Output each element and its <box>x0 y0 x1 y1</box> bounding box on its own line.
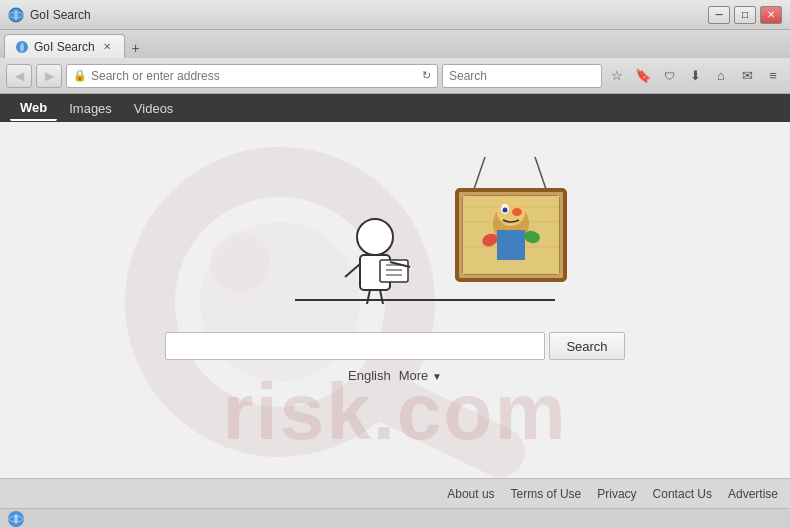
window-controls: ─ □ ✕ <box>708 6 782 24</box>
category-menu-bar: Web Images Videos <box>0 94 790 122</box>
svg-point-8 <box>357 219 393 255</box>
browser-status-icon <box>8 511 24 527</box>
search-section: Search English More ▼ <box>165 332 624 383</box>
navigation-bar: ◀ ▶ 🔒 ↻ ☆ 🔖 🛡 ⬇ ⌂ ✉ ≡ <box>0 58 790 94</box>
tab-favicon <box>15 40 29 54</box>
footer-link-contact[interactable]: Contact Us <box>653 487 712 501</box>
shield-icon[interactable]: 🛡 <box>658 65 680 87</box>
svg-line-18 <box>473 157 485 192</box>
nav-search-bar[interactable] <box>442 64 602 88</box>
svg-line-10 <box>367 290 370 304</box>
svg-rect-28 <box>497 230 525 260</box>
language-link[interactable]: English <box>348 368 391 383</box>
active-tab[interactable]: GoI Search ✕ <box>4 34 125 58</box>
menu-item-images[interactable]: Images <box>59 97 122 120</box>
main-search-input[interactable] <box>165 332 545 360</box>
new-tab-button[interactable]: + <box>125 38 147 58</box>
status-bar <box>0 508 790 528</box>
browser-logo-icon <box>8 7 24 23</box>
address-bar[interactable]: 🔒 ↻ <box>66 64 438 88</box>
menu-item-videos[interactable]: Videos <box>124 97 184 120</box>
tab-close-button[interactable]: ✕ <box>100 40 114 54</box>
page-footer: About us Terms of Use Privacy Contact Us… <box>0 478 790 508</box>
footer-link-about[interactable]: About us <box>447 487 494 501</box>
footer-link-terms[interactable]: Terms of Use <box>511 487 582 501</box>
nav-icon-group: ☆ 🔖 🛡 ⬇ ⌂ ✉ ≡ <box>606 65 784 87</box>
home-icon[interactable]: ⌂ <box>710 65 732 87</box>
close-button[interactable]: ✕ <box>760 6 782 24</box>
minimize-button[interactable]: ─ <box>708 6 730 24</box>
tab-title: GoI Search <box>34 40 95 54</box>
svg-point-27 <box>512 208 522 216</box>
hero-illustration <box>195 152 595 322</box>
browser-window: GoI Search ─ □ ✕ GoI Search ✕ + ◀ ▶ 🔒 ↻ <box>0 0 790 528</box>
back-button[interactable]: ◀ <box>6 64 32 88</box>
refresh-icon[interactable]: ↻ <box>422 69 431 82</box>
address-input[interactable] <box>91 69 418 83</box>
search-button[interactable]: Search <box>549 332 624 360</box>
more-link[interactable]: More ▼ <box>399 368 442 383</box>
title-bar: GoI Search ─ □ ✕ <box>0 0 790 30</box>
mail-icon[interactable]: ✉ <box>736 65 758 87</box>
bookmark-icon[interactable]: 🔖 <box>632 65 654 87</box>
tab-bar: GoI Search ✕ + <box>0 30 790 58</box>
download-icon[interactable]: ⬇ <box>684 65 706 87</box>
title-bar-text: GoI Search <box>30 8 708 22</box>
menu-icon[interactable]: ≡ <box>762 65 784 87</box>
svg-point-26 <box>503 208 508 213</box>
star-icon[interactable]: ☆ <box>606 65 628 87</box>
lock-icon: 🔒 <box>73 69 87 82</box>
svg-line-11 <box>380 290 383 304</box>
svg-line-16 <box>345 264 360 277</box>
maximize-button[interactable]: □ <box>734 6 756 24</box>
language-row: English More ▼ <box>348 368 442 383</box>
search-input-row: Search <box>165 332 624 360</box>
footer-link-privacy[interactable]: Privacy <box>597 487 636 501</box>
footer-link-advertise[interactable]: Advertise <box>728 487 778 501</box>
main-content: risk.com <box>0 122 790 508</box>
forward-button[interactable]: ▶ <box>36 64 62 88</box>
menu-item-web[interactable]: Web <box>10 96 57 121</box>
svg-line-6 <box>375 392 500 452</box>
nav-search-input[interactable] <box>449 69 599 83</box>
svg-line-19 <box>535 157 547 192</box>
